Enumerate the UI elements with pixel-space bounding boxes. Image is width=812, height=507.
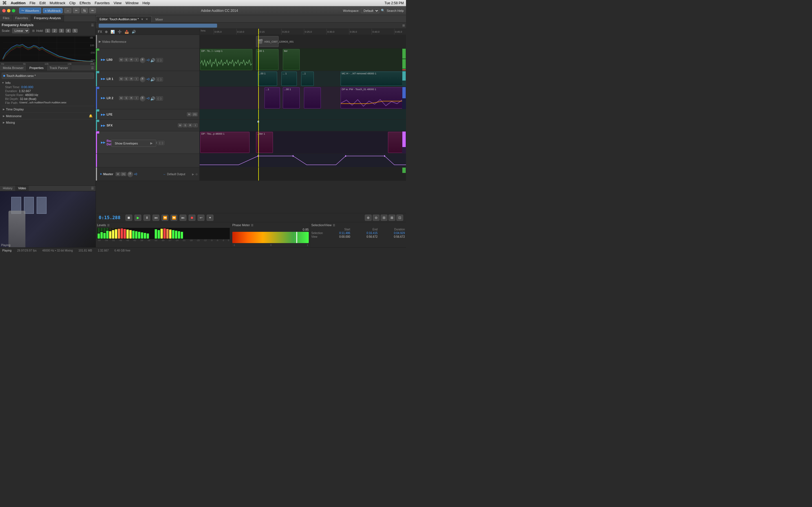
mix-btn[interactable]: ⊕ [104,30,109,34]
goto-start-btn[interactable]: ⏮ [153,215,159,221]
lr1-rec-btn[interactable]: R [129,77,134,81]
menu-edit[interactable]: Edit [40,1,46,5]
master-mute-btn[interactable]: M [116,172,120,176]
track-content-master[interactable] [200,167,406,180]
tool-selection[interactable]: ↔ [64,8,71,13]
tab-history[interactable]: History [0,186,15,191]
levels-menu-icon[interactable]: ☰ [107,224,110,227]
lfe-expand[interactable]: ▶▶ [101,113,105,116]
timeline-scrollbar[interactable]: ⊞ [96,22,406,29]
clip-lr1-4[interactable]: MC H - ...NT removed 48000 1 [341,71,406,86]
envelope-track-content[interactable] [200,154,406,167]
lr2-solo-btn[interactable]: S [124,96,129,100]
clip-lr1-1[interactable]: ...00 1 [257,71,277,86]
tab-properties[interactable]: Properties [27,65,47,71]
window-controls[interactable] [2,9,15,12]
zoom-sel-btn[interactable]: ⊡ [396,215,403,221]
track-content-rear1[interactable]: DP - Tou...p 48000 1 ...tter 1 [200,131,406,154]
mixing-header[interactable]: ▶ Mixing [2,120,94,125]
record-btn[interactable]: ⏺ [189,215,195,221]
freq-menu-icon[interactable]: ☰ [91,23,94,27]
tool-razor[interactable]: ✂ [73,8,80,13]
lr1-input-btn[interactable]: I [134,77,139,81]
lr1-expand[interactable]: ▶▶ [101,77,105,80]
hold-btn-4[interactable]: 4 [66,29,71,33]
clip-rear1-1[interactable]: DP - Tou...p 48000 1 [200,132,250,153]
hold-btn-1[interactable]: 1 [45,29,50,33]
zoom-in-btn[interactable]: ⊕ [365,215,371,221]
apple-menu[interactable]: ⌘ [2,0,7,6]
lr2-rec-btn[interactable]: R [129,96,134,100]
lr0-mute-btn[interactable]: M [119,58,123,62]
tab-favorites[interactable]: Favorites [12,15,31,22]
mixer-tab[interactable]: Mixer [152,16,167,22]
scroll-thumb[interactable] [99,24,217,27]
tab-media-browser[interactable]: Media Browser [0,65,27,71]
clip-lr0-3[interactable]: tter [283,49,300,70]
track-content-lr1[interactable]: ...00 1 ... 1 ...1 MC H - ...NT removed … [200,71,406,87]
lr2-input-btn[interactable]: I [134,96,139,100]
lr2-pan-knob[interactable] [140,96,146,101]
lr1-pan-knob[interactable] [140,76,146,82]
show-envelopes-menu[interactable]: Show Envelopes ▶ [111,140,156,147]
video-clip-1[interactable]: 🎬 A001_C007_1209G5_001 [256,36,278,47]
menu-view[interactable]: View [114,1,121,5]
menu-effects[interactable]: Effects [80,1,91,5]
minimize-button[interactable] [7,9,10,12]
lr2-expand[interactable]: ▶▶ [101,96,105,100]
lr0-expand[interactable]: ▶▶ [101,58,105,61]
clip-lr0-2[interactable]: ...00 1 [256,49,278,70]
goto-end-btn[interactable]: ⏭ [180,215,186,221]
menu-file[interactable]: File [30,1,36,5]
hold-btn-5[interactable]: 5 [72,29,78,33]
sfx-input-btn[interactable]: I [193,123,198,127]
clip-lr2-2[interactable]: ...00 1 [283,87,300,108]
master-knob[interactable] [128,172,133,177]
close-button[interactable] [2,9,6,12]
show-envelopes-item[interactable]: Show Envelopes ▶ [111,140,156,147]
rewind-btn[interactable]: ⏪ [161,215,168,221]
stop-btn[interactable]: ⏹ [125,215,132,221]
master-solo-btn[interactable]: (S) [121,172,126,176]
clip-lr2-1[interactable]: ...1 [264,87,280,108]
menu-clip[interactable]: Clip [69,1,75,5]
copy-icon[interactable]: ⊞ [32,29,35,33]
tab-files[interactable]: Files [0,15,12,22]
lr0-rec-btn[interactable]: R [129,58,134,62]
waveform-btn[interactable]: 〜 Waveform [19,8,41,13]
track-content-lr2[interactable]: ...1 ...00 1 DP w. PW - Touch_01 48000 1 [200,87,406,109]
punch-btn[interactable]: ✦ [207,215,213,221]
metronome-header[interactable]: ▶ Metronome 🔔 [2,114,94,118]
tab-close-icon[interactable]: ✕ [146,17,148,21]
panel-menu-icon[interactable]: ☰ [89,65,96,71]
lr1-mute-btn[interactable]: M [119,77,123,81]
tab-menu-icon[interactable]: ▼ [141,18,144,21]
master-expand[interactable]: ➤ [100,172,102,175]
video-panel-menu[interactable]: ☰ [89,186,96,191]
ruler-timeline[interactable]: hms 0:05.0 0:10.0 0:15 0:20.0 0:25.0 0:3… [200,29,406,35]
session-item[interactable]: ■ Touch Audition.sesx * [2,73,94,79]
pause-btn[interactable]: ⏸ [144,215,150,221]
tab-video[interactable]: Video [15,186,29,191]
sfx-mute-btn[interactable]: M [178,123,183,127]
input-btn[interactable]: 📥 [124,30,130,34]
tab-track-panner[interactable]: Track Panner [47,65,71,71]
lr0-pan-knob[interactable] [140,57,146,63]
ff-btn[interactable]: ⏩ [170,215,177,221]
loop-btn[interactable]: ↩ [198,215,204,221]
zoom-fit-btn[interactable]: ⊞ [380,215,388,221]
track-content-lr0[interactable]: DP - To...\ - Loop 1 ...00 1 tter [200,48,406,71]
menu-multitrack[interactable]: Multitrack [50,1,65,5]
phase-menu-icon[interactable]: ☰ [251,224,253,227]
maximize-button[interactable] [12,9,15,12]
lr2-mute-btn[interactable]: M [119,96,123,100]
lr0-input-btn[interactable]: I [134,58,139,62]
menu-help[interactable]: Help [142,1,150,5]
sfx-rec-btn[interactable]: R [188,123,193,127]
clip-lr2-3[interactable] [304,87,321,108]
play-btn[interactable]: ▶ [135,215,141,221]
workspace-select[interactable]: Default [361,8,379,13]
track-content-video[interactable]: 🎬 A001_C007_1209G5_001 [200,35,406,48]
add-track-btn[interactable]: ➕ [117,30,123,34]
info-header[interactable]: ▼ Info [2,80,94,85]
